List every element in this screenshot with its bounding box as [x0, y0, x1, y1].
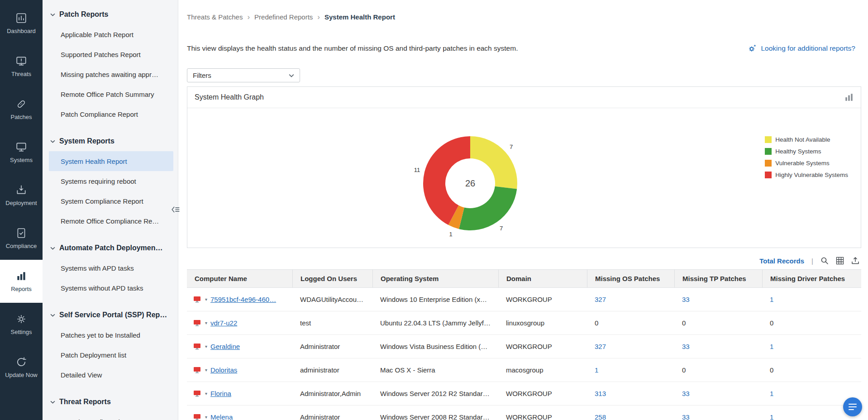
legend-item-healthy-systems[interactable]: Healthy Systems: [765, 148, 848, 155]
missing-tp-patches-link[interactable]: 33: [682, 390, 690, 397]
breadcrumb-item-threats-and-patches[interactable]: Threats & Patches: [187, 13, 243, 21]
missing-os-patches-value: 0: [595, 319, 598, 327]
dashboard-icon: [15, 12, 27, 24]
main-content: Threats & Patches › Predefined Reports ›…: [178, 0, 868, 420]
computer-actions-caret-icon[interactable]: ▾: [205, 320, 207, 325]
nav-item-systems[interactable]: Systems: [0, 131, 43, 174]
donut-slice-1[interactable]: [459, 186, 517, 230]
missing-os-patches-link[interactable]: 313: [595, 390, 606, 397]
domain-cell: WORKGROUP: [498, 288, 587, 311]
breadcrumb: Threats & Patches › Predefined Reports ›…: [187, 13, 861, 21]
computer-actions-caret-icon[interactable]: ▾: [205, 297, 207, 302]
missing-driver-patches-link[interactable]: 1: [770, 296, 773, 303]
sidebar-item-detailed-view[interactable]: Detailed View: [43, 365, 178, 385]
legend-item-highly-vulnerable-systems[interactable]: Highly Vulnerable Systems: [765, 172, 848, 178]
sidebar-item-systems-without-apd-tasks[interactable]: Systems without APD tasks: [43, 278, 178, 298]
column-header-missing-driver-patches[interactable]: Missing Driver Patches: [762, 270, 861, 287]
computer-name-link[interactable]: Florina: [210, 390, 231, 397]
sidebar-item-applicable-patch-report[interactable]: Applicable Patch Report: [43, 24, 178, 44]
legend-swatch: [765, 148, 772, 155]
nav-item-dashboard[interactable]: Dashboard: [0, 2, 43, 45]
nav-item-update-now[interactable]: Update Now: [0, 346, 43, 389]
column-header-logged-on-users[interactable]: Logged On Users: [292, 270, 372, 287]
nav-item-deployment[interactable]: Deployment: [0, 174, 43, 217]
chat-fab-button[interactable]: [843, 397, 862, 416]
sidebar-item-remote-office-patch-summary[interactable]: Remote Office Patch Summary: [43, 84, 178, 104]
export-icon[interactable]: [851, 257, 859, 265]
column-header-computer-name[interactable]: Computer Name: [187, 270, 292, 287]
column-chooser-icon[interactable]: [836, 257, 844, 265]
missing-tp-patches-link[interactable]: 33: [682, 343, 690, 350]
table-toolbar: Total Records |: [187, 256, 859, 266]
donut-center-total: 26: [465, 178, 475, 188]
missing-driver-patches-link[interactable]: 1: [770, 343, 773, 350]
filters-dropdown[interactable]: Filters: [187, 68, 300, 82]
sidebar-item-patch-compliance-report[interactable]: Patch Compliance Report: [43, 104, 178, 124]
sidebar-section-title: Automate Patch Deploymen…: [59, 244, 162, 252]
sidebar-section-ssp-reports: Self Service Portal (SSP) Rep… Patches y…: [43, 305, 178, 385]
nav-item-threats[interactable]: Threats: [0, 45, 43, 88]
computer-icon: [193, 320, 202, 327]
donut-slice-value: 7: [500, 225, 503, 232]
computer-name-link[interactable]: Doloritas: [210, 366, 237, 374]
operating-system-cell: Ubuntu 22.04.3 LTS (Jammy Jellyf…: [372, 311, 498, 334]
sidebar-item-system-compliance-report[interactable]: System Compliance Report: [43, 191, 178, 211]
computer-name-link[interactable]: vdr7-u22: [210, 319, 237, 327]
computer-actions-caret-icon[interactable]: ▾: [205, 415, 207, 420]
nav-item-patches[interactable]: Patches: [0, 88, 43, 131]
computer-name-link[interactable]: Melena: [210, 413, 233, 420]
column-header-domain[interactable]: Domain: [498, 270, 587, 287]
chevron-down-icon: [50, 314, 55, 317]
nav-item-settings[interactable]: Settings: [0, 303, 43, 346]
sidebar-item-system-health-report[interactable]: System Health Report: [49, 151, 173, 171]
nav-item-compliance[interactable]: Compliance: [0, 217, 43, 260]
missing-tp-patches-link[interactable]: 33: [682, 413, 690, 420]
sidebar-section-header[interactable]: Patch Reports: [43, 5, 178, 24]
sidebar-item-patches-yet-to-be-installed[interactable]: Patches yet to be Installed: [43, 325, 178, 345]
breadcrumb-item-predefined-reports[interactable]: Predefined Reports: [254, 13, 313, 21]
missing-tp-patches-link[interactable]: 33: [682, 296, 690, 303]
column-header-operating-system[interactable]: Operating System: [372, 270, 498, 287]
operating-system-cell: Windows Server 2008 R2 Standar…: [372, 406, 498, 420]
computer-actions-caret-icon[interactable]: ▾: [205, 368, 207, 372]
missing-tp-patches-value: 0: [682, 366, 686, 374]
column-header-missing-os-patches[interactable]: Missing OS Patches: [587, 270, 674, 287]
legend-item-vulnerable-systems[interactable]: Vulnerable Systems: [765, 160, 848, 167]
sidebar-item-supported-patches-report[interactable]: Supported Patches Report: [43, 44, 178, 64]
system-health-donut-chart: 7711126: [402, 115, 538, 251]
total-records-link[interactable]: Total Records: [759, 257, 804, 265]
sidebar-item-systems-requiring-reboot[interactable]: Systems requiring reboot: [43, 171, 178, 191]
missing-driver-patches-link[interactable]: 1: [770, 413, 773, 420]
chart-type-icon[interactable]: [844, 93, 854, 102]
missing-os-patches-link[interactable]: 258: [595, 413, 606, 420]
nav-label: Systems: [10, 157, 33, 163]
sidebar-section-title: System Reports: [59, 137, 114, 145]
chevron-down-icon: [50, 140, 55, 143]
operating-system-cell: Windows Vista Business Edition (…: [372, 335, 498, 358]
column-header-missing-tp-patches[interactable]: Missing TP Patches: [674, 270, 762, 287]
missing-driver-patches-link[interactable]: 1: [770, 390, 773, 397]
sidebar-section-header[interactable]: Threat Reports: [43, 392, 178, 412]
nav-item-reports[interactable]: Reports: [0, 260, 43, 303]
computer-name-link[interactable]: 75951bcf-4e96-460…: [210, 296, 276, 303]
sidebar-item-remote-office-compliance-report[interactable]: Remote Office Compliance Re…: [43, 211, 178, 231]
computer-name-link[interactable]: Geraldine: [210, 343, 240, 350]
legend-item-health-not-available[interactable]: Health Not Available: [765, 136, 848, 143]
search-icon[interactable]: [820, 257, 829, 265]
donut-slice-value: 11: [414, 167, 420, 173]
sidebar-item-security-configuration-report[interactable]: Security Configuration Rep…: [43, 412, 178, 420]
nav-label: Update Now: [5, 372, 38, 378]
sidebar-section-header[interactable]: Self Service Portal (SSP) Rep…: [43, 305, 178, 325]
additional-reports-link[interactable]: Looking for additional reports?: [748, 43, 855, 53]
missing-os-patches-link[interactable]: 327: [595, 343, 606, 350]
computer-actions-caret-icon[interactable]: ▾: [205, 344, 207, 349]
sidebar-item-systems-with-apd-tasks[interactable]: Systems with APD tasks: [43, 258, 178, 278]
sidebar-item-missing-patches-awaiting-approval[interactable]: Missing patches awaiting appr…: [43, 64, 178, 84]
sidebar-section-header[interactable]: System Reports: [43, 131, 178, 151]
missing-os-patches-link[interactable]: 1: [595, 366, 598, 374]
computer-actions-caret-icon[interactable]: ▾: [205, 391, 207, 396]
sidebar-item-patch-deployment-list[interactable]: Patch Deployment list: [43, 345, 178, 365]
missing-os-patches-link[interactable]: 327: [595, 296, 606, 303]
sidebar-section-header[interactable]: Automate Patch Deploymen…: [43, 238, 178, 258]
nav-label: Dashboard: [7, 28, 36, 34]
